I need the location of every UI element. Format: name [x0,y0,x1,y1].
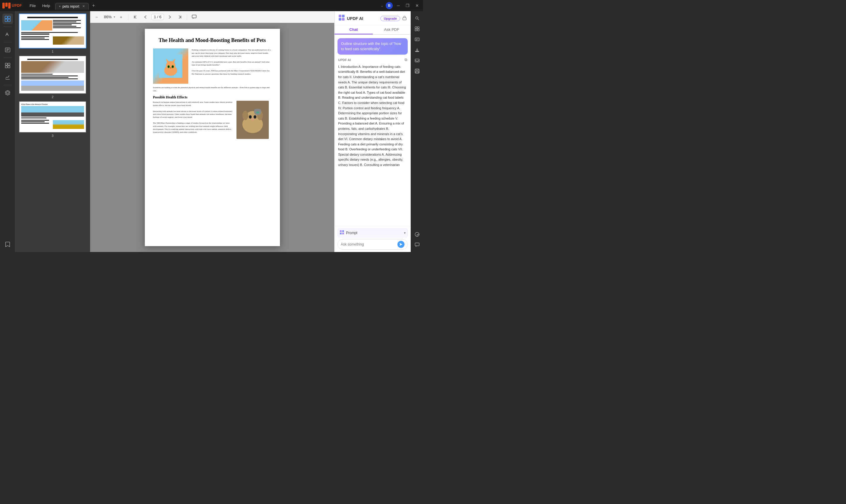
highlight-icon[interactable] [2,29,13,40]
pdf-page: The Health and Mood-Boosting Benefits of… [145,29,280,246]
thumbnail-panel[interactable]: 1 2 A Key Phase in the History of Touris… [15,11,90,252]
ai-panel-icons: Upgrade [380,15,407,22]
active-tab[interactable]: ▾ pets report ✕ [55,3,88,10]
share-right-icon[interactable] [412,56,422,65]
ai-send-button[interactable] [397,241,404,248]
edit-icon[interactable] [2,44,13,55]
ocr-right-icon[interactable] [412,35,422,44]
ai-response-header: UPDF AI ⧉ [338,57,407,63]
pdf-para3: Over the past 10 years, NIH has partnere… [192,69,272,75]
svg-point-38 [254,116,255,118]
svg-rect-52 [340,233,342,234]
ai-response[interactable]: UPDF AI ⧉ I. Introduction A. Importance … [335,57,411,226]
sticker-right-icon[interactable] [412,230,422,239]
chevron-down-icon[interactable]: ⌄ [381,4,383,7]
thumbnail-2[interactable]: 2 [18,55,88,99]
bookmark-icon[interactable] [2,239,13,250]
pdf-section1-title: Possible Health Effects [153,95,272,100]
nav-next-button[interactable] [166,13,174,21]
svg-rect-48 [342,18,345,21]
ai-logo-icon [338,14,345,23]
ai-prompt-text: Outline structure with the topic of "how… [341,42,401,51]
ai-tab-ask-pdf[interactable]: Ask PDF [373,25,411,34]
svg-rect-58 [417,27,419,29]
nav-last-button[interactable] [176,13,184,21]
svg-point-39 [251,118,254,121]
extract-right-icon[interactable] [412,45,422,55]
svg-point-41 [254,109,256,112]
thumbnail-3[interactable]: A Key Phase in the History of Tourism 3 [18,101,88,138]
upgrade-button[interactable]: Upgrade [380,16,400,21]
prompt-select[interactable]: Prompt ▾ [338,229,408,237]
svg-rect-51 [342,230,344,232]
thumb-3-title: A Key Phase in the History of Tourism [21,103,84,105]
pdf-viewport[interactable]: The Health and Mood-Boosting Benefits of… [90,23,334,252]
svg-rect-1 [5,3,7,7]
ai-prompt-bubble: Outline structure with the topic of "how… [338,38,408,55]
save-right-icon[interactable] [412,66,422,76]
toolbar: − 86% ▾ + 1 / 6 [90,11,334,23]
ai-panel: UPDF AI Upgrade Chat Ask PDF Outline str… [334,11,411,252]
nav-first-button[interactable] [131,13,140,21]
prompt-select-label: Prompt [346,231,402,235]
svg-rect-45 [339,15,341,17]
thumbnail-panel-icon[interactable] [2,14,13,24]
pdf-para2: An estimated 68% of U.S. households have… [192,60,272,66]
toolbar-separator-1 [128,14,128,20]
close-button[interactable]: ✕ [414,3,421,8]
svg-rect-49 [403,18,406,20]
user-avatar[interactable]: B [386,2,393,9]
svg-rect-0 [2,3,5,8]
svg-point-28 [172,66,173,68]
svg-rect-68 [416,71,419,73]
right-sidebar [411,11,423,252]
pdf-section1-text: Research on human-animal interactions is… [153,101,233,139]
comment-right-icon[interactable] [412,240,422,250]
svg-point-27 [168,66,169,68]
ai-tab-chat[interactable]: Chat [335,25,373,34]
svg-rect-53 [342,233,344,234]
copy-icon[interactable]: ⧉ [404,57,407,63]
prompt-grid-icon [340,230,344,236]
content-area: − 86% ▾ + 1 / 6 [90,11,334,252]
minimize-button[interactable]: ─ [395,3,401,8]
svg-rect-15 [8,66,10,68]
comment-button[interactable] [190,13,198,21]
pdf-intro-cols: Nothing compares to the joy of coming ho… [153,49,272,84]
svg-marker-54 [399,243,402,246]
ai-tabs: Chat Ask PDF [335,25,411,35]
svg-point-55 [416,17,418,19]
menu-file[interactable]: File [27,3,39,9]
zoom-in-button[interactable]: + [117,13,125,21]
tab-close-icon[interactable]: ✕ [82,4,85,8]
thumb-image-3: A Key Phase in the History of Tourism [19,101,86,133]
ai-input-field[interactable] [341,242,396,247]
ai-bottom: Prompt ▾ [335,226,411,252]
grid-right-icon[interactable] [412,24,422,34]
svg-rect-67 [416,69,418,71]
dog-cat-image [236,101,272,139]
add-tab-button[interactable]: + [90,2,97,9]
sign-icon[interactable] [2,72,13,83]
organize-icon[interactable] [2,60,13,71]
lock-icon [402,15,407,22]
nav-prev-button[interactable] [141,13,149,21]
current-page: 1 / 6 [154,15,161,19]
app-name: UPDF [12,3,22,7]
layers-icon[interactable] [2,88,13,98]
zoom-out-button[interactable]: − [92,13,101,21]
svg-rect-60 [417,29,419,31]
svg-rect-2 [8,3,11,8]
svg-point-44 [257,112,259,114]
svg-rect-3 [5,16,7,18]
pdf-s1p2: Interacting with animals has been shown … [153,110,233,119]
search-right-icon[interactable] [412,14,422,23]
sidebar-divider-2 [3,42,12,42]
ai-logo-text: UPDF AI [347,16,363,21]
pdf-section1-cols: Research on human-animal interactions is… [153,101,272,139]
maximize-button[interactable]: ❐ [404,3,411,8]
zoom-value: 86% [103,15,113,19]
zoom-chevron-icon[interactable]: ▾ [114,15,115,18]
menu-help[interactable]: Help [39,3,53,9]
thumbnail-1[interactable]: 1 [18,14,88,53]
